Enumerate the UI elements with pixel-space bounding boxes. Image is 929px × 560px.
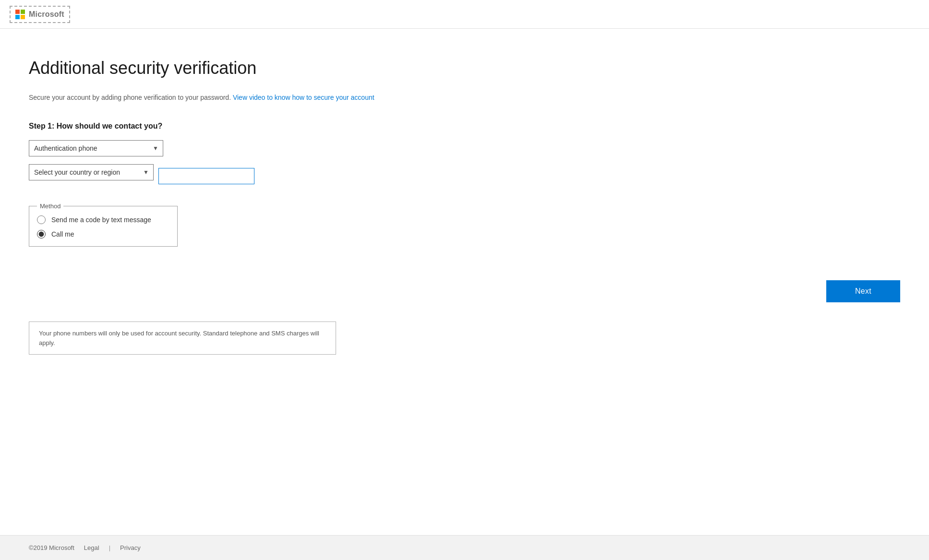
call-option[interactable]: Call me [37, 230, 168, 238]
next-button-row: Next [0, 280, 929, 302]
auth-phone-select[interactable]: Authentication phone [29, 140, 163, 156]
legal-link[interactable]: Legal [84, 544, 99, 551]
call-label: Call me [51, 230, 74, 238]
microsoft-logo-text: Microsoft [29, 10, 64, 19]
disclaimer-box: Your phone numbers will only be used for… [29, 322, 336, 355]
privacy-link[interactable]: Privacy [120, 544, 141, 551]
main-content: Additional security verification Secure … [0, 29, 929, 355]
method-fieldset: Method Send me a code by text message Ca… [29, 203, 178, 247]
country-phone-row: Select your country or region ▼ [29, 164, 432, 188]
method-legend: Method [37, 203, 63, 210]
step-heading: Step 1: How should we contact you? [29, 122, 432, 131]
microsoft-logo[interactable]: Microsoft [10, 6, 70, 23]
sms-option[interactable]: Send me a code by text message [37, 215, 168, 224]
footer: ©2019 Microsoft Legal | Privacy [0, 535, 929, 560]
country-select[interactable]: Select your country or region [29, 164, 154, 180]
country-select-wrapper: Select your country or region ▼ [29, 164, 154, 180]
video-link[interactable]: View video to know how to secure your ac… [233, 94, 374, 101]
sms-label: Send me a code by text message [51, 216, 151, 224]
page-title: Additional security verification [29, 58, 432, 78]
phone-number-input[interactable] [158, 168, 254, 184]
next-button[interactable]: Next [826, 280, 900, 302]
subtitle-row: Secure your account by adding phone veri… [29, 93, 432, 103]
disclaimer-text: Your phone numbers will only be used for… [39, 330, 319, 346]
ms-logo-grid [15, 10, 25, 19]
header: Microsoft [0, 0, 929, 29]
auth-phone-select-wrapper: Authentication phone ▼ [29, 140, 163, 156]
call-radio[interactable] [37, 230, 46, 238]
copyright-text: ©2019 Microsoft [29, 544, 74, 551]
subtitle-static-text: Secure your account by adding phone veri… [29, 94, 231, 101]
footer-divider: | [109, 544, 110, 551]
sms-radio[interactable] [37, 215, 46, 224]
